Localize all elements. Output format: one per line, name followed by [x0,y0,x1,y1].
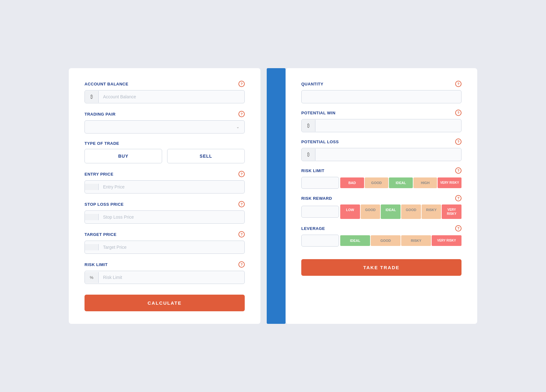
reward-seg-very-risky: VERY RISKY [442,204,461,219]
leverage-label: LEVERAGE [301,226,325,231]
risk-seg-high: HIGH [413,177,437,188]
account-balance-section: ACCOUNT BALANCE ? [85,81,245,87]
account-balance-label: ACCOUNT BALANCE [85,82,128,86]
quantity-input[interactable] [301,90,461,103]
account-balance-input-wrapper: ₿ [85,90,245,103]
right-panel: QUANTITY ? POTENTIAL WIN ? ₿ POTENTIAL L… [286,68,477,324]
risk-seg-very-risky: VERY RISKY [438,177,461,188]
target-price-prefix [85,244,99,250]
leverage-help-icon[interactable]: ? [455,225,461,231]
risk-reward-value-input[interactable] [301,206,339,218]
type-of-trade-label: TYPE OF TRADE [85,141,119,146]
potential-win-label: POTENTIAL WIN [301,111,336,115]
reward-seg-low: LOW [340,204,360,219]
entry-price-prefix [85,184,99,190]
trading-pair-help-icon[interactable]: ? [238,111,245,117]
stop-loss-prefix [85,214,99,220]
target-price-section: TARGET PRICE ? [85,231,245,237]
leverage-segments: IDEAL GOOD RISKY VERY RISKY [340,235,461,246]
potential-loss-bitcoin-icon: ₿ [302,149,315,161]
leverage-seg-ideal: IDEAL [340,235,370,246]
leverage-seg-risky: RISKY [401,235,431,246]
risk-limit-input-wrapper: % [85,271,245,284]
trading-pair-label: TRADING PAIR [85,112,116,117]
take-trade-button[interactable]: TAKE TRADE [301,259,461,276]
stop-loss-help-icon[interactable]: ? [238,201,245,207]
reward-seg-good1: GOOD [361,204,380,219]
reward-seg-ideal: IDEAL [381,204,401,219]
calculate-button[interactable]: CALCULATE [85,295,245,311]
potential-win-bitcoin-icon: ₿ [302,120,315,132]
trading-pair-select-wrapper[interactable]: ⌄ [85,120,245,133]
risk-limit-right-section: RISK LIMIT ? [301,167,461,174]
risk-seg-bad: BAD [340,177,364,188]
entry-price-section: ENTRY PRICE ? [85,171,245,177]
potential-loss-input-wrapper: ₿ [301,148,461,161]
risk-limit-value-input[interactable] [301,177,339,189]
chevron-down-icon: ⌄ [236,125,239,129]
quantity-section: QUANTITY ? [301,81,461,87]
trading-pair-section: TRADING PAIR ? [85,111,245,117]
target-price-help-icon[interactable]: ? [238,231,245,237]
risk-limit-left-label: RISK LIMIT [85,262,108,267]
risk-seg-ideal: IDEAL [389,177,413,188]
risk-reward-label: RISK REWARD [301,196,332,201]
leverage-seg-very-risky: VERY RISKY [432,235,461,246]
entry-price-input-wrapper [85,180,245,193]
risk-reward-bar: LOW GOOD IDEAL GOOD RISKY VERY RISKY [301,204,461,219]
risk-limit-left-help-icon[interactable]: ? [238,261,245,268]
trading-pair-select[interactable] [90,124,236,129]
buy-button[interactable]: BUY [85,149,162,163]
left-panel: ACCOUNT BALANCE ? ₿ TRADING PAIR ? ⌄ [69,68,260,324]
leverage-seg-good: GOOD [371,235,401,246]
entry-price-label: ENTRY PRICE [85,172,113,177]
reward-seg-good2: GOOD [401,204,421,219]
account-balance-input[interactable] [99,90,244,103]
risk-limit-right-label: RISK LIMIT [301,168,325,173]
stop-loss-input-wrapper [85,210,245,224]
potential-loss-section: POTENTIAL LOSS ? [301,139,461,145]
risk-seg-good: GOOD [365,177,389,188]
type-of-trade-section: TYPE OF TRADE [85,141,245,146]
potential-win-input[interactable] [315,119,461,132]
risk-limit-right-help-icon[interactable]: ? [455,167,461,174]
reward-seg-risky: RISKY [422,204,441,219]
bitcoin-icon: ₿ [85,91,99,103]
stop-loss-section: STOP LOSS PRICE ? [85,201,245,207]
main-container: ACCOUNT BALANCE ? ₿ TRADING PAIR ? ⌄ [69,68,477,324]
divider-accent [267,68,286,324]
risk-limit-input[interactable] [99,271,244,284]
quantity-help-icon[interactable]: ? [455,81,461,87]
potential-loss-input[interactable] [315,148,461,161]
potential-loss-help-icon[interactable]: ? [455,139,461,145]
target-price-input-wrapper [85,241,245,254]
potential-win-help-icon[interactable]: ? [455,110,461,116]
target-price-label: TARGET PRICE [85,232,117,237]
leverage-value-input[interactable] [301,235,339,247]
potential-win-input-wrapper: ₿ [301,119,461,132]
potential-win-section: POTENTIAL WIN ? [301,110,461,116]
quantity-label: QUANTITY [301,82,323,86]
risk-limit-bar: BAD GOOD IDEAL HIGH VERY RISKY [301,177,461,189]
risk-reward-segments: LOW GOOD IDEAL GOOD RISKY VERY RISKY [340,204,461,219]
target-price-input[interactable] [99,241,244,253]
leverage-section: LEVERAGE ? [301,225,461,231]
stop-loss-label: STOP LOSS PRICE [85,202,124,207]
account-balance-help-icon[interactable]: ? [238,81,245,87]
risk-reward-help-icon[interactable]: ? [455,195,461,201]
percent-icon: % [85,272,99,283]
entry-price-help-icon[interactable]: ? [238,171,245,177]
risk-reward-section: RISK REWARD ? [301,195,461,201]
sell-button[interactable]: SELL [167,149,245,163]
stop-loss-input[interactable] [99,211,244,223]
trade-type-buttons: BUY SELL [85,149,245,163]
leverage-bar: IDEAL GOOD RISKY VERY RISKY [301,235,461,247]
potential-loss-label: POTENTIAL LOSS [301,139,339,144]
risk-limit-left-section: RISK LIMIT ? [85,261,245,268]
risk-limit-segments: BAD GOOD IDEAL HIGH VERY RISKY [340,177,461,188]
entry-price-input[interactable] [99,181,244,193]
